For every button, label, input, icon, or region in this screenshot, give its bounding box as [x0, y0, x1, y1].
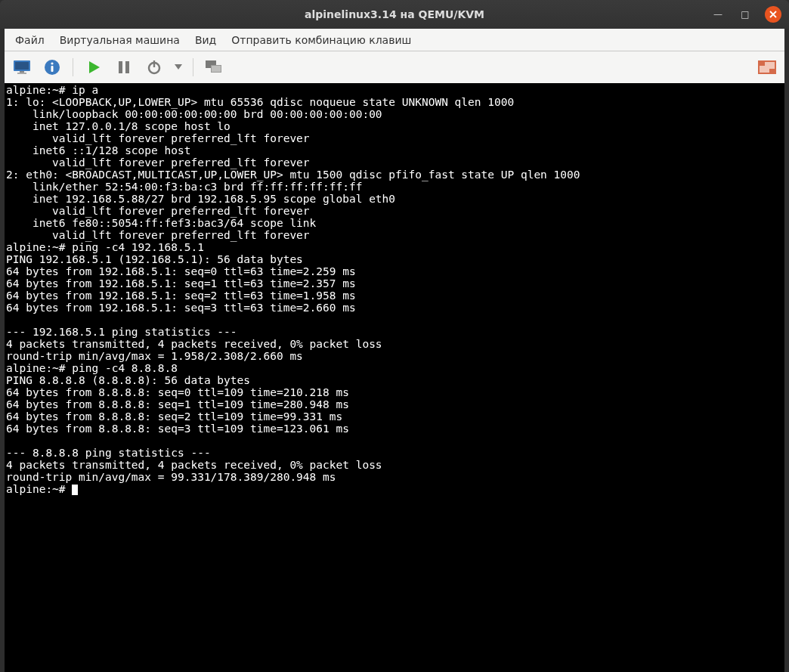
info-button[interactable] — [39, 55, 65, 79]
fullscreen-button[interactable] — [754, 55, 780, 79]
menu-send-key[interactable]: Отправить комбинацию клавиш — [225, 31, 417, 49]
terminal-line: valid_lft forever preferred_lft forever — [6, 229, 310, 241]
svg-rect-2 — [20, 71, 24, 73]
terminal-line: 64 bytes from 8.8.8.8: seq=3 ttl=109 tim… — [6, 423, 349, 435]
terminal-line: round-trip min/avg/max = 99.331/178.389/… — [6, 471, 336, 483]
info-icon — [44, 59, 60, 76]
snapshots-icon — [205, 60, 223, 75]
power-button[interactable] — [141, 55, 167, 79]
svg-rect-8 — [119, 61, 122, 73]
svg-rect-9 — [125, 61, 129, 73]
toolbar-separator-2 — [193, 58, 193, 76]
terminal-line: valid_lft forever preferred_lft forever — [6, 156, 310, 169]
terminal-line: 1: lo: <LOOPBACK,UP,LOWER_UP> mtu 65536 … — [6, 96, 514, 108]
terminal-line: round-trip min/avg/max = 1.958/2.308/2.6… — [6, 350, 303, 362]
svg-point-5 — [51, 62, 53, 64]
svg-rect-15 — [212, 66, 221, 72]
terminal-line: --- 8.8.8.8 ping statistics --- — [6, 447, 211, 459]
terminal-line: --- 192.168.5.1 ping statistics --- — [6, 326, 237, 338]
pause-icon — [117, 60, 131, 75]
terminal-line: 64 bytes from 8.8.8.8: seq=2 ttl=109 tim… — [6, 410, 342, 423]
terminal-line: alpine:~# — [6, 483, 72, 495]
svg-rect-18 — [760, 62, 765, 66]
terminal-line: 64 bytes from 192.168.5.1: seq=3 ttl=63 … — [6, 302, 356, 314]
terminal-line: alpine:~# ping -c4 192.168.5.1 — [6, 241, 204, 253]
pause-button[interactable] — [111, 55, 137, 79]
terminal-line: 4 packets transmitted, 4 packets receive… — [6, 459, 382, 471]
window-titlebar: alpinelinux3.14 на QEMU/KVM — □ — [0, 0, 789, 29]
menubar: Файл Виртуальная машина Вид Отправить ко… — [5, 29, 784, 51]
chevron-down-icon — [175, 64, 182, 70]
menu-file[interactable]: Файл — [9, 31, 51, 49]
console-icon — [13, 60, 31, 75]
terminal-line: 64 bytes from 192.168.5.1: seq=1 ttl=63 … — [6, 277, 356, 290]
terminal-line: inet6 fe80::5054:ff:fef3:bac3/64 scope l… — [6, 217, 316, 229]
terminal-line: link/loopback 00:00:00:00:00:00 brd 00:0… — [6, 108, 382, 120]
terminal-line: 2: eth0: <BROADCAST,MULTICAST,UP,LOWER_U… — [6, 169, 580, 181]
terminal-line: alpine:~# ping -c4 8.8.8.8 — [6, 362, 178, 374]
terminal-line: 4 packets transmitted, 4 packets receive… — [6, 338, 382, 350]
terminal-line: inet 127.0.0.1/8 scope host lo — [6, 120, 231, 132]
terminal-output[interactable]: alpine:~# ip a 1: lo: <LOOPBACK,UP,LOWER… — [5, 83, 784, 672]
svg-rect-6 — [51, 66, 54, 72]
minimize-button[interactable]: — — [710, 7, 726, 22]
svg-rect-19 — [769, 69, 775, 73]
terminal-line: valid_lft forever preferred_lft forever — [6, 132, 310, 144]
play-icon — [86, 60, 101, 75]
svg-rect-3 — [17, 73, 26, 74]
terminal-line: link/ether 52:54:00:f3:ba:c3 brd ff:ff:f… — [6, 181, 362, 193]
toolbar-separator — [73, 58, 73, 76]
svg-rect-1 — [15, 62, 29, 70]
terminal-line: PING 8.8.8.8 (8.8.8.8): 56 data bytes — [6, 374, 250, 386]
terminal-line: 64 bytes from 8.8.8.8: seq=1 ttl=109 tim… — [6, 398, 349, 410]
svg-marker-7 — [89, 61, 100, 73]
power-icon — [147, 60, 162, 75]
terminal-line: 64 bytes from 192.168.5.1: seq=0 ttl=63 … — [6, 265, 356, 277]
svg-marker-12 — [175, 64, 182, 70]
terminal-line: alpine:~# ip a — [6, 84, 98, 96]
play-button[interactable] — [81, 55, 107, 79]
snapshots-button[interactable] — [201, 55, 227, 79]
terminal-cursor — [72, 485, 78, 495]
terminal-line: 64 bytes from 8.8.8.8: seq=0 ttl=109 tim… — [6, 386, 349, 398]
toolbar — [5, 51, 784, 83]
maximize-button[interactable]: □ — [738, 7, 753, 22]
fullscreen-icon — [758, 60, 776, 74]
close-button[interactable] — [765, 6, 781, 23]
window-title: alpinelinux3.14 на QEMU/KVM — [305, 8, 484, 20]
console-button[interactable] — [9, 55, 35, 79]
terminal-line: inet6 ::1/128 scope host — [6, 144, 190, 156]
terminal-line: valid_lft forever preferred_lft forever — [6, 205, 310, 217]
svg-rect-11 — [153, 60, 155, 67]
close-icon — [769, 11, 777, 18]
terminal-line: 64 bytes from 192.168.5.1: seq=2 ttl=63 … — [6, 290, 356, 302]
menu-virtual-machine[interactable]: Виртуальная машина — [54, 31, 186, 49]
power-dropdown-button[interactable] — [172, 55, 185, 79]
menu-view[interactable]: Вид — [189, 31, 222, 49]
terminal-line: inet 192.168.5.88/27 brd 192.168.5.95 sc… — [6, 193, 395, 205]
terminal-line: PING 192.168.5.1 (192.168.5.1): 56 data … — [6, 253, 303, 265]
